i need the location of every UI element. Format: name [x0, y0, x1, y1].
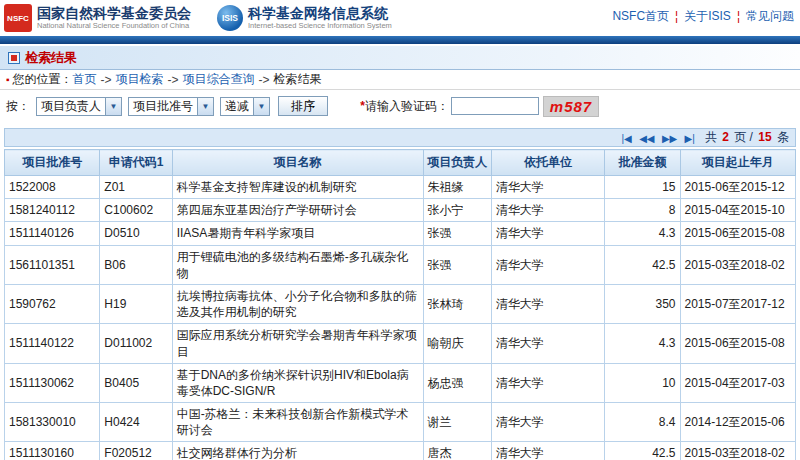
table-cell: 1561101351 — [5, 245, 100, 284]
captcha-input[interactable] — [451, 97, 539, 115]
table-header-row: 项目批准号申请代码1项目名称项目负责人依托单位批准金额项目起止年月 — [5, 150, 796, 176]
results-table: 项目批准号申请代码1项目名称项目负责人依托单位批准金额项目起止年月 152200… — [4, 149, 796, 460]
column-header: 项目起止年月 — [680, 150, 795, 176]
summary-suffix: 条 — [777, 130, 789, 144]
sort-field2-value: 项目批准号 — [129, 98, 197, 115]
table-cell: 张林琦 — [423, 284, 491, 323]
header-divider-bar — [0, 36, 800, 44]
last-page-button[interactable]: ▶| — [685, 133, 695, 144]
breadcrumb-separator: -> — [259, 73, 270, 87]
table-cell: C100602 — [100, 199, 172, 222]
org-name-en: National Natural Science Foundation of C… — [37, 22, 191, 30]
system-name-en: Internet-based Science Information Syste… — [248, 22, 392, 30]
pagination-summary: 共 2 页 / 15 条 — [705, 129, 789, 146]
system-name: 科学基金网络信息系统 Internet-based Science Inform… — [248, 6, 392, 30]
section-title-bar: 检索结果 — [0, 46, 800, 70]
table-cell: 1590762 — [5, 284, 100, 323]
table-cell: 4.3 — [605, 222, 680, 245]
table-cell: B0405 — [100, 363, 172, 402]
breadcrumb-separator: -> — [101, 73, 112, 87]
table-cell: 清华大学 — [491, 442, 604, 460]
table-cell: 42.5 — [605, 245, 680, 284]
table-cell: 第四届东亚基因治疗产学研研讨会 — [172, 199, 423, 222]
table-cell: IIASA暑期青年科学家项目 — [172, 222, 423, 245]
table-cell: 8.4 — [605, 403, 680, 442]
table-row: 1561101351B06用于锂硫电池的多级结构石墨烯-多孔碳杂化物张强清华大学… — [5, 245, 796, 284]
table-cell: 1511140126 — [5, 222, 100, 245]
table-cell: 中国-苏格兰：未来科技创新合作新模式学术研讨会 — [172, 403, 423, 442]
link-nsfc-home[interactable]: NSFC首页 — [612, 9, 669, 23]
summary-prefix: 共 — [705, 130, 717, 144]
table-cell: 350 — [605, 284, 680, 323]
table-cell: 清华大学 — [491, 176, 604, 199]
table-cell: 用于锂硫电池的多级结构石墨烯-多孔碳杂化物 — [172, 245, 423, 284]
table-cell: 2015-06至2015-08 — [680, 324, 795, 363]
table-cell: 张强 — [423, 222, 491, 245]
table-cell: Z01 — [100, 176, 172, 199]
sort-by-label: 按： — [6, 98, 30, 115]
table-row: 1511130062B0405基于DNA的多价纳米探针识别HIV和Ebola病毒… — [5, 363, 796, 402]
captcha-image[interactable]: m587 — [543, 96, 599, 117]
captcha-label: 请输入验证码： — [365, 98, 449, 115]
table-cell: 2015-07至2017-12 — [680, 284, 795, 323]
link-separator: ¦ — [675, 9, 678, 23]
isis-logo: ISIS — [217, 5, 243, 31]
table-cell: 谢兰 — [423, 403, 491, 442]
table-cell: 抗埃博拉病毒抗体、小分子化合物和多肽的筛选及其作用机制的研究 — [172, 284, 423, 323]
captcha-group: * 请输入验证码： m587 — [360, 96, 599, 117]
sort-field2-select[interactable]: 项目批准号 ▼ — [128, 97, 214, 116]
sort-button[interactable]: 排序 — [278, 96, 328, 116]
breadcrumb-icon: ▪ — [6, 74, 10, 85]
nsfc-logo: NSFC — [4, 4, 32, 32]
table-row: 1590762H19抗埃博拉病毒抗体、小分子化合物和多肽的筛选及其作用机制的研究… — [5, 284, 796, 323]
table-cell: 杨忠强 — [423, 363, 491, 402]
table-cell: 42.5 — [605, 442, 680, 460]
link-separator: ¦ — [737, 9, 740, 23]
item-count: 15 — [758, 130, 771, 144]
table-cell: 4.3 — [605, 324, 680, 363]
table-cell: 清华大学 — [491, 245, 604, 284]
chevron-down-icon: ▼ — [105, 98, 121, 115]
breadcrumb-prefix: 您的位置： — [13, 71, 73, 88]
sort-field-select[interactable]: 项目负责人 ▼ — [36, 97, 122, 116]
page-title: 检索结果 — [25, 49, 77, 67]
link-about-isis[interactable]: 关于ISIS — [684, 9, 731, 23]
first-page-button[interactable]: |◀ — [622, 133, 632, 144]
breadcrumb-link-project-search[interactable]: 项目检索 — [116, 71, 164, 88]
table-cell: 基于DNA的多价纳米探针识别HIV和Ebola病毒受体DC-SIGN/R — [172, 363, 423, 402]
next-page-button[interactable]: ▶▶ — [662, 133, 677, 144]
table-cell: 2015-04至2015-10 — [680, 199, 795, 222]
table-cell: 清华大学 — [491, 363, 604, 402]
column-header: 项目负责人 — [423, 150, 491, 176]
breadcrumb-link-combined-query[interactable]: 项目综合查询 — [183, 71, 255, 88]
pagination-arrows: |◀ ◀◀ ▶▶ ▶| — [620, 131, 697, 145]
table-row: 1511130160F020512社交网络群体行为分析唐杰清华大学42.5201… — [5, 442, 796, 460]
page-count: 2 — [722, 130, 729, 144]
table-cell: 1511130062 — [5, 363, 100, 402]
table-cell: 2015-04至2017-03 — [680, 363, 795, 402]
sort-order-select[interactable]: 递减 ▼ — [220, 97, 270, 116]
prev-page-button[interactable]: ◀◀ — [639, 133, 654, 144]
filter-toolbar: 按： 项目负责人 ▼ 项目批准号 ▼ 递减 ▼ 排序 * 请输入验证码： m58… — [0, 90, 800, 122]
table-cell: 国际应用系统分析研究学会暑期青年科学家项目 — [172, 324, 423, 363]
table-cell: 2015-03至2018-02 — [680, 442, 795, 460]
breadcrumb-separator: -> — [168, 73, 179, 87]
table-cell: 1511140122 — [5, 324, 100, 363]
breadcrumb-link-home[interactable]: 首页 — [73, 71, 97, 88]
results-tbody: 1522008Z01科学基金支持智库建设的机制研究朱祖缘清华大学152015-0… — [5, 176, 796, 460]
link-faq[interactable]: 常见问题 — [746, 9, 794, 23]
sort-field-value: 项目负责人 — [37, 98, 105, 115]
table-cell: 清华大学 — [491, 324, 604, 363]
breadcrumb-current: 检索结果 — [274, 71, 322, 88]
chevron-down-icon: ▼ — [253, 98, 269, 115]
sort-order-value: 递减 — [221, 98, 253, 115]
summary-mid: 页 / — [734, 130, 753, 144]
org-name: 国家自然科学基金委员会 National Natural Science Fou… — [37, 6, 191, 30]
column-header: 项目批准号 — [5, 150, 100, 176]
table-cell: B06 — [100, 245, 172, 284]
table-cell: H0424 — [100, 403, 172, 442]
site-header: NSFC 国家自然科学基金委员会 National Natural Scienc… — [0, 0, 800, 36]
table-cell: 清华大学 — [491, 199, 604, 222]
table-cell: D0510 — [100, 222, 172, 245]
table-cell: 科学基金支持智库建设的机制研究 — [172, 176, 423, 199]
